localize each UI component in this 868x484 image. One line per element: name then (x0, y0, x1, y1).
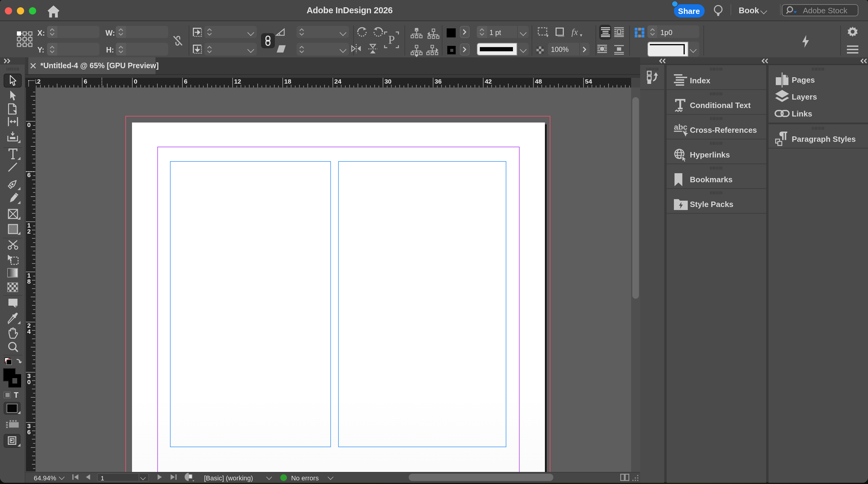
svg-text:abc: abc (674, 122, 687, 131)
svg-text:36: 36 (434, 78, 441, 85)
svg-text:18: 18 (284, 78, 291, 85)
svg-text:54: 54 (585, 78, 592, 85)
svg-text:0: 0 (27, 378, 31, 385)
svg-text:6: 6 (27, 171, 31, 178)
svg-text:30: 30 (384, 78, 391, 85)
svg-text:0: 0 (27, 121, 31, 128)
svg-text:42: 42 (484, 78, 491, 85)
svg-text:6: 6 (84, 78, 87, 85)
svg-text:0: 0 (133, 78, 137, 85)
svg-text:48: 48 (535, 78, 542, 85)
svg-text:4: 4 (27, 328, 31, 335)
svg-text:6: 6 (27, 428, 31, 435)
svg-text:12: 12 (35, 78, 40, 85)
svg-text:2: 2 (27, 228, 31, 235)
svg-text:24: 24 (334, 78, 341, 85)
svg-text:8: 8 (27, 278, 31, 285)
svg-text:P: P (388, 33, 395, 47)
svg-text:6: 6 (184, 78, 187, 85)
svg-text:12: 12 (234, 78, 241, 85)
